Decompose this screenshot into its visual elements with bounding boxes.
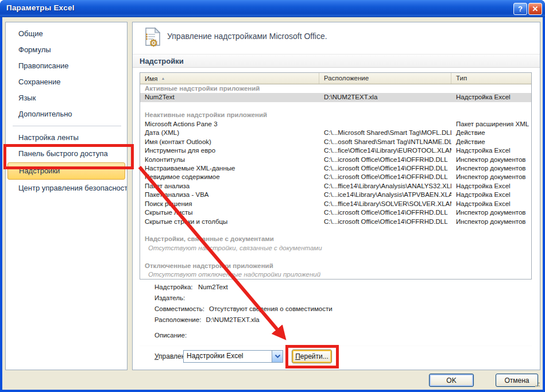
detail-value: D:\NUM2TEXT.xla [206,315,259,325]
close-button[interactable]: ✕ [528,3,542,15]
help-icon: ? [518,5,523,13]
note-label: Отсутствуют отключенные надстройки прило… [140,270,531,279]
cell-type: Действие [451,129,531,137]
chevron-down-icon[interactable] [272,351,283,362]
table-row[interactable]: Дата (XML)C:\...Microsoft Shared\Smart T… [140,129,531,137]
detail-label: Издатель: [154,293,198,304]
window-title: Параметры Excel [6,3,75,12]
detail-label: Совместимость: [154,304,209,315]
table-row[interactable]: Скрытые строки и столбцыC:\...icrosoft O… [140,218,531,226]
manage-row: Управление: Надстройки Excel Перейти... [154,350,533,364]
column-header-type[interactable]: Тип [451,73,531,84]
resize-grip[interactable] [534,381,541,388]
cell-type: Надстройка Excel [451,191,531,199]
sidebar-item-language[interactable]: Язык [6,90,127,106]
cell-type: Надстройка Excel [451,200,531,208]
manage-dropdown[interactable]: Надстройки Excel [183,350,283,363]
table-row[interactable]: Пакет анализа - VBAC:\...ice14\Library\A… [140,191,531,199]
sidebar-item-customize-ribbon[interactable]: Настройка ленты [6,130,127,146]
detail-row: Издатель: [154,293,533,304]
section-header: Надстройки [133,54,540,68]
cell-type: Пакет расширения XML [451,120,531,129]
go-button[interactable]: Перейти... [292,350,332,363]
help-button[interactable]: ? [513,3,527,15]
sidebar-item-formulas[interactable]: Формулы [6,42,127,58]
group-header-label: Отключенные надстройки приложений [140,262,531,270]
cell-name: Невидимое содержимое [140,173,319,181]
cell-location: C:\...ffice14\Library\Analysis\ANALYS32.… [319,182,451,191]
close-icon: ✕ [532,5,539,13]
page-header-text: Управление надстройками Microsoft Office… [167,32,327,41]
table-group-row: Неактивные надстройки приложений [140,111,531,119]
detail-value: Num2Text [198,282,228,293]
cell-location [319,120,451,129]
cell-type: Инспектор документов [451,173,531,181]
cell-type: Надстройка Excel [451,93,531,102]
table-row[interactable]: КолонтитулыC:\...icrosoft Office\Office1… [140,156,531,164]
sidebar-item-add-ins[interactable]: Надстройки [7,162,125,180]
cell-name: Пакет анализа - VBA [140,191,319,199]
table-row[interactable]: Microsoft Actions Pane 3Пакет расширения… [140,120,531,129]
cell-name: Скрытые строки и столбцы [140,218,319,226]
cell-name: Настраиваемые XML-данные [140,164,319,173]
group-header-label: Активные надстройки приложений [140,84,531,93]
addin-details: Надстройка:Num2TextИздатель:Совместимост… [154,282,533,341]
column-header-name-label: Имя [145,75,157,82]
cell-type: Инспектор документов [451,156,531,164]
sidebar-item-advanced[interactable]: Дополнительно [6,106,127,122]
group-header-label: Неактивные надстройки приложений [140,111,531,119]
table-row[interactable]: Невидимое содержимоеC:\...icrosoft Offic… [140,173,531,181]
table-row[interactable]: Поиск решенияC:\...ffice14\Library\SOLVE… [140,200,531,208]
sidebar-item-proofing[interactable]: Правописание [6,58,127,74]
svg-text:⚙: ⚙ [149,38,158,48]
cell-name: Microsoft Actions Pane 3 [140,120,319,129]
sidebar-list: ОбщиеФормулыПравописаниеСохранениеЯзыкДо… [6,22,127,196]
titlebar[interactable]: Параметры Excel ? ✕ [0,0,545,17]
column-header-name[interactable]: Имя▲ [140,73,319,84]
sidebar-item-general[interactable]: Общие [6,26,127,42]
table-row[interactable]: Инструменты для евроC:\...fice\Office14\… [140,146,531,155]
sidebar-item-quick-access-toolbar[interactable]: Панель быстрого доступа [6,146,127,162]
main-panel: ⚙ Управление надстройками Microsoft Offi… [132,22,540,370]
cell-name: Пакет анализа [140,182,319,191]
section-title: Надстройки [140,57,184,65]
cell-name: Колонтитулы [140,156,319,164]
table-row[interactable]: Num2TextD:\NUM2TEXT.xlaНадстройка Excel [140,93,531,102]
table-group-row: Надстройки, связанные с документами [140,235,531,243]
manage-addins-icon: ⚙ [143,27,163,48]
table-row[interactable]: Настраиваемые XML-данныеC:\...icrosoft O… [140,164,531,173]
table-row[interactable]: Скрытые листыC:\...icrosoft Office\Offic… [140,208,531,217]
cell-location: C:\...icrosoft Office\Office14\OFFRHD.DL… [319,218,451,226]
column-header-location[interactable]: Расположение [319,73,451,84]
detail-row: Описание: [154,330,533,341]
detail-label: Надстройка: [154,282,198,293]
sidebar-item-trust-center[interactable]: Центр управления безопасностью [6,180,127,196]
detail-row: Надстройка:Num2Text [154,282,533,293]
go-button-label: Перейти... [295,352,328,360]
cancel-button-label: Отмена [504,377,529,385]
group-header-label: Надстройки, связанные с документами [140,235,531,243]
sidebar-item-save[interactable]: Сохранение [6,74,127,90]
cell-location: C:\...ffice14\Library\SOLVER\SOLVER.XLAM [319,200,451,208]
table-row[interactable]: Имя (контакт Outlook)C:\...osoft Shared\… [140,138,531,146]
cell-type: Надстройка Excel [451,146,531,155]
note-label: Отсутствуют надстройки, связанные с доку… [140,244,531,253]
table-blank-row [140,253,531,261]
sort-ascending-icon: ▲ [161,76,165,80]
titlebar-buttons: ? ✕ [513,3,542,15]
table-row[interactable]: Пакет анализаC:\...ffice14\Library\Analy… [140,182,531,191]
table-group-row: Отключенные надстройки приложений [140,262,531,270]
cell-type: Действие [451,138,531,146]
excel-options-dialog: Параметры Excel ? ✕ ОбщиеФормулыПравопис… [0,0,545,392]
cell-location: D:\NUM2TEXT.xla [319,93,451,102]
cell-name: Поиск решения [140,200,319,208]
ok-button[interactable]: OK [429,374,474,387]
cell-name: Num2Text [140,93,319,102]
detail-label: Расположение: [154,315,206,325]
cell-name: Имя (контакт Outlook) [140,138,319,146]
manage-dropdown-value: Надстройки Excel [187,352,243,360]
cancel-button[interactable]: Отмена [496,374,538,387]
cell-name: Скрытые листы [140,208,319,217]
detail-row: Расположение:D:\NUM2TEXT.xla [154,315,533,325]
cell-location: C:\...osoft Shared\Smart Tag\INTLNAME.DL… [319,138,451,146]
